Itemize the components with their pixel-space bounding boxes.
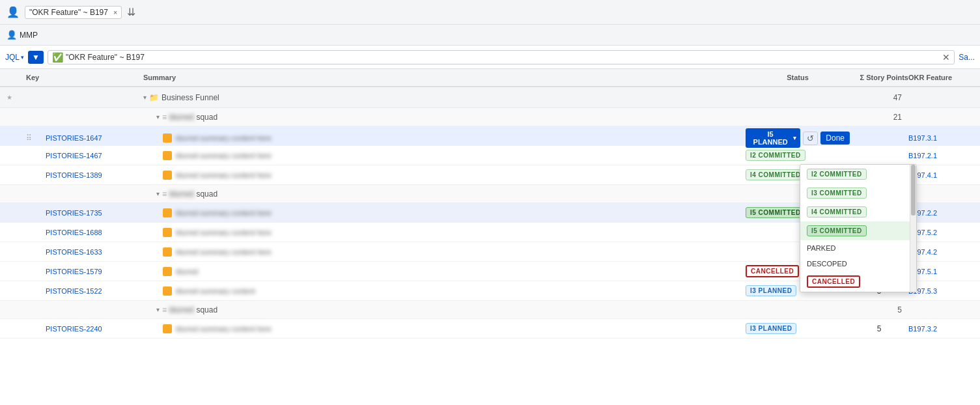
group-label: ▾ 📁 Business Funnel — [143, 93, 746, 102]
issue-key-1522[interactable]: PISTORIES-1522 — [46, 287, 163, 295]
issue-type-icon-7 — [163, 267, 172, 276]
summary-text-1579: blurred — [176, 268, 198, 275]
dropdown-item-cancelled[interactable]: CANCELLED — [800, 272, 916, 292]
table-header: Key Summary Status Σ Story Points OKR Fe… — [0, 69, 980, 87]
summary-text-1522: blurred summary content — [176, 287, 255, 295]
dropdown-item-i4-committed[interactable]: I4 COMMITTED — [800, 202, 916, 221]
issue-key-1467[interactable]: PISTORIES-1467 — [46, 152, 163, 160]
stack-icon[interactable]: ⇊ — [127, 6, 135, 18]
squad-text-1: squad — [196, 113, 217, 122]
issue-row-1467[interactable]: PISTORIES-1467 blurred summary content h… — [0, 146, 980, 165]
dropdown-item-descoped[interactable]: DESCOPED — [800, 256, 916, 272]
dropdown-item-i5-committed[interactable]: I5 COMMITTED — [800, 221, 916, 240]
summary-text-1633: blurred summary content here — [176, 248, 272, 256]
issue-row-2240[interactable]: PISTORIES-2240 blurred summary content h… — [0, 319, 980, 339]
squad-row-1[interactable]: ▾ ≡ blurred squad 21 — [0, 108, 980, 126]
status-dropdown-button[interactable]: I5 PLANNED ▾ — [746, 128, 800, 148]
okr-feature-1389: B197.4.1 — [908, 171, 973, 179]
dropdown-item-parked[interactable]: PARKED — [800, 240, 916, 256]
chevron-icon-4: ▾ — [156, 306, 160, 313]
squad-name-3: blurred — [169, 305, 193, 314]
issue-key-1633[interactable]: PISTORIES-1633 — [46, 248, 163, 256]
user-icon: 👤 — [7, 6, 20, 18]
secondary-bar: 👤 MMP — [0, 25, 980, 46]
done-button[interactable]: Done — [820, 132, 850, 145]
dropdown-scrollbar[interactable] — [910, 165, 916, 292]
filter-icon-button[interactable]: ▼ — [28, 51, 44, 64]
caret-icon: ▾ — [793, 135, 796, 141]
mmp-label: MMP — [20, 31, 38, 40]
okr-feature-1467: B197.2.1 — [908, 152, 973, 160]
group-count: 47 — [850, 93, 908, 102]
summary-text-1389: blurred summary content here — [176, 171, 272, 179]
issue-summary-1688: blurred summary content here — [163, 228, 746, 237]
dropdown-label-parked: PARKED — [807, 244, 835, 252]
issue-type-icon-9 — [163, 324, 172, 333]
jql-input-wrap[interactable]: ✅ "OKR Feature" ~ B197 ✕ — [48, 50, 955, 64]
story-points-2240: 5 — [850, 324, 908, 333]
col-okr-feature-header: OKR Feature — [908, 74, 973, 81]
okr-feature-1579: B197.5.1 — [908, 268, 973, 275]
issue-key-1735[interactable]: PISTORIES-1735 — [46, 209, 163, 217]
col-status-header: Status — [746, 74, 850, 81]
summary-text-1647: blurred summary content here — [176, 134, 272, 142]
issue-type-icon — [163, 133, 172, 143]
status-cell-1647[interactable]: I5 PLANNED ▾ ↺ Done — [746, 128, 850, 148]
col-key-header: Key — [26, 74, 143, 81]
jql-button[interactable]: JQL ▾ — [5, 53, 24, 62]
hash-icon: ≡ — [162, 113, 167, 122]
dropdown-badge-i5: I5 COMMITTED — [807, 225, 867, 236]
filter-icon: ▼ — [32, 53, 40, 62]
close-filter-button[interactable]: × — [113, 8, 117, 16]
expand-icon: ★ — [7, 94, 26, 101]
dropdown-item-i2-committed[interactable]: I2 COMMITTED — [800, 165, 916, 184]
scrollbar-thumb — [911, 165, 916, 216]
issue-row-1647[interactable]: ⠿ PISTORIES-1647 blurred summary content… — [0, 126, 980, 146]
squad-row-3[interactable]: ▾ ≡ blurred squad 5 — [0, 301, 980, 319]
status-badge-1389: I4 COMMITTED — [746, 169, 805, 180]
filter-tag[interactable]: "OKR Feature" ~ B197 × — [25, 6, 122, 19]
dropdown-item-i3-committed[interactable]: I3 COMMITTED — [800, 184, 916, 202]
squad-text-3: squad — [196, 305, 217, 314]
group-row-business-funnel[interactable]: ★ ▾ 📁 Business Funnel 47 — [0, 87, 980, 108]
chevron-down-icon: ▾ — [21, 54, 24, 61]
status-label: I5 PLANNED — [749, 130, 791, 146]
issue-summary-1467: blurred summary content here — [163, 151, 746, 160]
status-cell-1467[interactable]: I2 COMMITTED — [746, 150, 850, 161]
okr-feature-2240: B197.3.2 — [908, 325, 973, 333]
issue-key-1688[interactable]: PISTORIES-1688 — [46, 229, 163, 236]
okr-feature-1735: B197.2.2 — [908, 209, 973, 217]
col-story-points-header: Σ Story Points — [850, 74, 908, 81]
save-button[interactable]: Sa... — [959, 53, 975, 62]
green-check-icon: ✅ — [52, 52, 63, 63]
undo-button[interactable]: ↺ — [803, 132, 818, 145]
issue-key-2240[interactable]: PISTORIES-2240 — [46, 325, 163, 333]
status-cell-2240[interactable]: I3 PLANNED — [746, 323, 850, 334]
summary-text-1467: blurred summary content here — [176, 152, 272, 160]
summary-text-2240: blurred summary content here — [176, 325, 272, 333]
dropdown-badge-i3: I3 COMMITTED — [807, 188, 867, 199]
issue-type-icon-3 — [163, 171, 172, 180]
squad-label-1: ▾ ≡ blurred squad — [156, 113, 746, 122]
user-icon-2: 👤 — [7, 30, 17, 40]
okr-feature-1633: B197.4.2 — [908, 248, 973, 256]
issue-summary-1522: blurred summary content — [163, 286, 746, 296]
issue-type-icon-6 — [163, 247, 172, 257]
squad-text-2: squad — [196, 189, 217, 199]
okr-feature-1522: B197.5.3 — [908, 287, 973, 295]
issue-type-icon-5 — [163, 228, 172, 237]
status-dropdown[interactable]: I2 COMMITTED I3 COMMITTED I4 COMMITTED I… — [800, 164, 917, 292]
issue-key-1647[interactable]: PISTORIES-1647 — [46, 134, 163, 142]
issue-key-1389[interactable]: PISTORIES-1389 — [46, 171, 163, 179]
status-badge-1579: CANCELLED — [746, 265, 799, 277]
jql-bar: JQL ▾ ▼ ✅ "OKR Feature" ~ B197 ✕ Sa... — [0, 46, 980, 69]
issue-summary-1579: blurred — [163, 267, 746, 276]
issue-key-1579[interactable]: PISTORIES-1579 — [46, 268, 163, 275]
clear-jql-button[interactable]: ✕ — [942, 52, 950, 63]
issue-summary-1647: blurred summary content here — [163, 133, 746, 143]
dropdown-badge-i2: I2 COMMITTED — [807, 169, 867, 180]
squad-name-1: blurred — [169, 113, 193, 122]
filter-tag-text: "OKR Feature" ~ B197 — [29, 8, 108, 17]
squad3-count: 5 — [850, 305, 908, 314]
issue-type-icon-8 — [163, 286, 172, 296]
